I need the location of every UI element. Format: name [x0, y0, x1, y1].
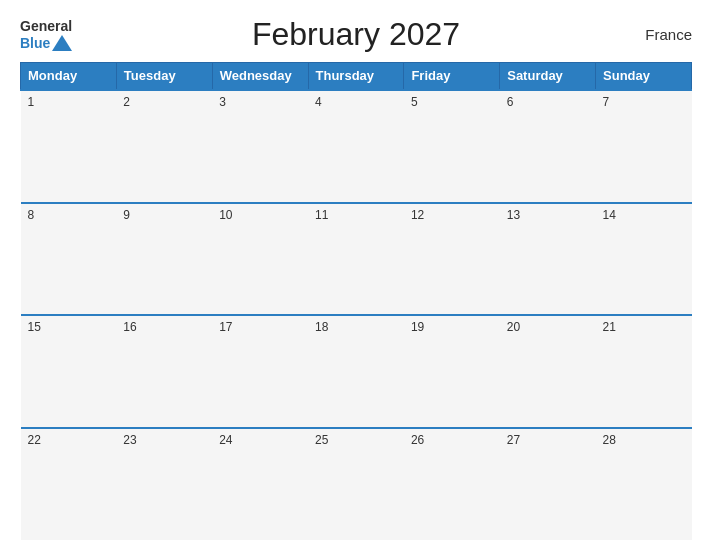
day-cell-20: 20	[500, 315, 596, 427]
day-cell-18: 18	[308, 315, 404, 427]
day-cell-22: 22	[21, 428, 117, 541]
day-number-16: 16	[123, 320, 205, 334]
day-number-1: 1	[28, 95, 110, 109]
header: General Blue February 2027 France	[20, 18, 692, 52]
page-title: February 2027	[252, 16, 460, 52]
logo-general: General	[20, 18, 72, 35]
day-number-13: 13	[507, 208, 589, 222]
day-cell-5: 5	[404, 90, 500, 202]
day-cell-24: 24	[212, 428, 308, 541]
day-cell-12: 12	[404, 203, 500, 315]
day-number-11: 11	[315, 208, 397, 222]
day-number-4: 4	[315, 95, 397, 109]
day-number-24: 24	[219, 433, 301, 447]
day-cell-8: 8	[21, 203, 117, 315]
day-number-26: 26	[411, 433, 493, 447]
header-sunday: Sunday	[596, 62, 692, 90]
day-cell-6: 6	[500, 90, 596, 202]
day-number-12: 12	[411, 208, 493, 222]
day-cell-19: 19	[404, 315, 500, 427]
day-number-8: 8	[28, 208, 110, 222]
day-number-27: 27	[507, 433, 589, 447]
day-number-22: 22	[28, 433, 110, 447]
day-cell-23: 23	[116, 428, 212, 541]
logo: General Blue	[20, 18, 72, 52]
header-monday: Monday	[21, 62, 117, 90]
day-cell-9: 9	[116, 203, 212, 315]
day-number-25: 25	[315, 433, 397, 447]
header-friday: Friday	[404, 62, 500, 90]
week-row-4: 22232425262728	[21, 428, 692, 541]
logo-blue: Blue	[20, 35, 50, 52]
day-cell-16: 16	[116, 315, 212, 427]
day-number-28: 28	[603, 433, 685, 447]
day-cell-7: 7	[596, 90, 692, 202]
logo-icon	[52, 35, 72, 51]
day-number-21: 21	[603, 320, 685, 334]
day-cell-11: 11	[308, 203, 404, 315]
day-number-18: 18	[315, 320, 397, 334]
day-number-3: 3	[219, 95, 301, 109]
day-number-17: 17	[219, 320, 301, 334]
day-number-9: 9	[123, 208, 205, 222]
week-row-1: 1234567	[21, 90, 692, 202]
day-cell-13: 13	[500, 203, 596, 315]
day-cell-3: 3	[212, 90, 308, 202]
day-number-6: 6	[507, 95, 589, 109]
header-thursday: Thursday	[308, 62, 404, 90]
day-cell-4: 4	[308, 90, 404, 202]
day-number-19: 19	[411, 320, 493, 334]
header-wednesday: Wednesday	[212, 62, 308, 90]
day-number-5: 5	[411, 95, 493, 109]
header-saturday: Saturday	[500, 62, 596, 90]
day-number-7: 7	[603, 95, 685, 109]
calendar-table: Monday Tuesday Wednesday Thursday Friday…	[20, 62, 692, 540]
day-cell-1: 1	[21, 90, 117, 202]
day-cell-25: 25	[308, 428, 404, 541]
day-cell-2: 2	[116, 90, 212, 202]
svg-marker-0	[52, 35, 72, 51]
day-cell-27: 27	[500, 428, 596, 541]
day-cell-10: 10	[212, 203, 308, 315]
day-cell-15: 15	[21, 315, 117, 427]
day-number-15: 15	[28, 320, 110, 334]
calendar-page: General Blue February 2027 France Monday…	[0, 0, 712, 550]
day-cell-14: 14	[596, 203, 692, 315]
day-cell-26: 26	[404, 428, 500, 541]
day-cell-28: 28	[596, 428, 692, 541]
week-row-2: 891011121314	[21, 203, 692, 315]
country-label: France	[645, 26, 692, 43]
day-number-20: 20	[507, 320, 589, 334]
header-tuesday: Tuesday	[116, 62, 212, 90]
day-number-23: 23	[123, 433, 205, 447]
week-row-3: 15161718192021	[21, 315, 692, 427]
day-number-2: 2	[123, 95, 205, 109]
day-cell-17: 17	[212, 315, 308, 427]
day-cell-21: 21	[596, 315, 692, 427]
day-number-14: 14	[603, 208, 685, 222]
day-number-10: 10	[219, 208, 301, 222]
weekday-header-row: Monday Tuesday Wednesday Thursday Friday…	[21, 62, 692, 90]
